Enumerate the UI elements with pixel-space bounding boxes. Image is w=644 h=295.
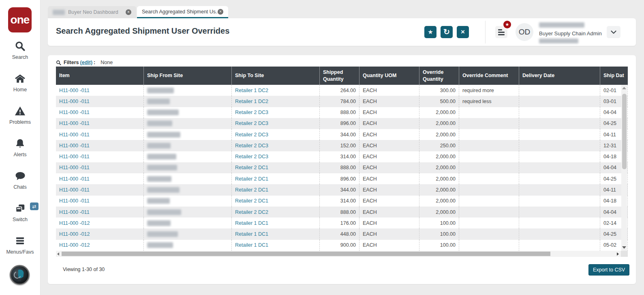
sidebar-item-menus-favs[interactable]: Menus/Favs bbox=[6, 235, 34, 255]
cell-delivery_date bbox=[519, 118, 600, 129]
table-row[interactable]: H11-000 -011Retailer 2 DC1896.00EACH2,00… bbox=[56, 173, 628, 184]
ship_to-link[interactable]: Retailer 2 DC3 bbox=[235, 132, 268, 138]
cell-comment bbox=[459, 162, 519, 173]
cell-uom: EACH bbox=[359, 129, 419, 140]
item-link[interactable]: H11-000 -012 bbox=[59, 231, 90, 237]
column-header-ship_from[interactable]: Ship From Site bbox=[144, 67, 232, 85]
table-row[interactable]: H11-000 -012Retailer 1 DC1900.00EACH100.… bbox=[56, 240, 628, 251]
cell-ship_to: Retailer 2 DC1 bbox=[232, 196, 320, 207]
ship_to-link[interactable]: Retailer 2 DC3 bbox=[235, 110, 268, 115]
item-link[interactable]: H11-000 -011 bbox=[59, 132, 90, 138]
tab-label: Buyer Neo Dashboard bbox=[68, 9, 118, 15]
sidebar-item-home[interactable]: Home bbox=[13, 73, 27, 93]
ship_to-link[interactable]: Retailer 1 DC2 bbox=[235, 88, 268, 93]
item-link[interactable]: H11-000 -012 bbox=[59, 220, 90, 226]
tab-close-icon[interactable]: × bbox=[126, 9, 131, 15]
item-link[interactable]: H11-000 -011 bbox=[59, 88, 90, 93]
export-csv-button[interactable]: Export to CSV bbox=[588, 264, 629, 276]
filters-edit-link[interactable]: (edit) bbox=[80, 60, 93, 65]
cell-ship_to: Retailer 1 DC1 bbox=[232, 240, 320, 251]
sidebar-item-problems[interactable]: Problems bbox=[9, 106, 31, 125]
table-row[interactable]: H11-000 -011Retailer 2 DC1314.00EACH2,00… bbox=[56, 196, 628, 207]
tab-search-aggregated-shipment[interactable]: Search Aggregated Shipment Us... × bbox=[137, 6, 228, 18]
user-avatar[interactable]: OD bbox=[516, 23, 533, 41]
column-header-ship_to[interactable]: Ship To Site bbox=[232, 67, 320, 85]
star-icon: ★ bbox=[505, 22, 509, 27]
table-row[interactable]: H11-000 -011Retailer 2 DC1888.00EACH2,00… bbox=[56, 162, 628, 173]
ship_to-link[interactable]: Retailer 2 DC1 bbox=[235, 176, 268, 182]
tab-close-icon[interactable]: × bbox=[218, 9, 223, 15]
cell-comment bbox=[459, 107, 519, 118]
table-row[interactable]: H11-000 -012Retailer 1 DC1448.00EACH100.… bbox=[56, 228, 628, 239]
tab-buyer-neo-dashboard[interactable]: Buyer Neo Dashboard × bbox=[48, 6, 136, 18]
switch-swap-badge[interactable]: ⇄ bbox=[30, 202, 39, 210]
item-link[interactable]: H11-000 -011 bbox=[59, 209, 90, 215]
item-link[interactable]: H11-000 -011 bbox=[59, 110, 90, 115]
sidebar-item-switch[interactable]: ⇄ Switch bbox=[13, 203, 28, 222]
ship_to-link[interactable]: Retailer 2 DC3 bbox=[235, 121, 268, 126]
column-header-item[interactable]: Item bbox=[56, 67, 144, 85]
item-link[interactable]: H11-000 -011 bbox=[59, 176, 90, 182]
table-row[interactable]: H11-000 -011Retailer 2 DC2888.00EACH2,00… bbox=[56, 207, 628, 217]
scroll-down-arrow[interactable] bbox=[622, 246, 626, 249]
ai-assistant-avatar[interactable] bbox=[10, 265, 30, 285]
cell-delivery_date bbox=[519, 162, 600, 173]
item-link[interactable]: H11-000 -012 bbox=[59, 242, 90, 248]
column-header-delivery_date[interactable]: Delivery Date bbox=[519, 67, 600, 85]
scroll-right-arrow[interactable] bbox=[617, 252, 619, 256]
table-row[interactable]: H11-000 -012Retailer 1 DC1176.00EACH100.… bbox=[56, 217, 628, 228]
chat-bubble-icon bbox=[15, 170, 26, 183]
table-row[interactable]: H11-000 -011Retailer 2 DC3344.00EACH2,00… bbox=[56, 129, 628, 140]
item-link[interactable]: H11-000 -011 bbox=[59, 154, 90, 159]
refresh-button[interactable]: ↻ bbox=[441, 26, 453, 38]
table-row[interactable]: H11-000 -011Retailer 2 DC1344.00EACH2,00… bbox=[56, 184, 628, 195]
table-row[interactable]: H11-000 -011Retailer 1 DC2784.00EACH500.… bbox=[56, 96, 628, 107]
item-link[interactable]: H11-000 -011 bbox=[59, 187, 90, 193]
close-page-button[interactable]: × bbox=[457, 26, 469, 38]
column-header-shipped_qty[interactable]: Shipped Quantity bbox=[320, 67, 359, 85]
item-link[interactable]: H11-000 -011 bbox=[59, 165, 90, 170]
horizontal-scrollbar-thumb[interactable] bbox=[62, 252, 550, 256]
ship_to-link[interactable]: Retailer 1 DC1 bbox=[235, 242, 268, 248]
cell-ship_to: Retailer 1 DC1 bbox=[232, 217, 320, 228]
ship_to-link[interactable]: Retailer 1 DC2 bbox=[235, 99, 268, 104]
table-row[interactable]: H11-000 -011Retailer 2 DC3314.00EACH2,00… bbox=[56, 151, 628, 162]
user-menu-button[interactable] bbox=[607, 26, 620, 38]
item-link[interactable]: H11-000 -011 bbox=[59, 143, 90, 149]
scroll-up-arrow[interactable] bbox=[622, 87, 626, 89]
ship_to-link[interactable]: Retailer 2 DC3 bbox=[235, 143, 268, 149]
vertical-scrollbar-thumb[interactable] bbox=[622, 94, 627, 169]
table-row[interactable]: H11-000 -011Retailer 2 DC3152.00EACH250.… bbox=[56, 140, 628, 151]
ship_to-link[interactable]: Retailer 2 DC3 bbox=[235, 154, 268, 159]
sidebar-item-chats[interactable]: Chats bbox=[13, 170, 27, 190]
column-header-override_qty[interactable]: Override Quantity bbox=[419, 67, 459, 85]
item-link[interactable]: H11-000 -011 bbox=[59, 198, 90, 204]
ship_to-link[interactable]: Retailer 1 DC1 bbox=[235, 220, 268, 226]
table-row[interactable]: H11-000 -011Retailer 2 DC3888.00EACH2,00… bbox=[56, 107, 628, 118]
sidebar-item-alerts[interactable]: Alerts bbox=[14, 138, 27, 157]
cell-item: H11-000 -011 bbox=[56, 151, 144, 162]
user-info[interactable]: Buyer Supply Chain Admin bbox=[539, 22, 610, 45]
column-header-uom[interactable]: Quantity UOM bbox=[359, 67, 419, 85]
cell-ship_from bbox=[144, 240, 232, 251]
ship_to-link[interactable]: Retailer 2 DC1 bbox=[235, 165, 268, 170]
sidebar-item-search[interactable]: Search bbox=[12, 41, 28, 60]
item-link[interactable]: H11-000 -011 bbox=[59, 121, 90, 126]
ship_to-link[interactable]: Retailer 1 DC1 bbox=[235, 231, 268, 237]
vertical-scrollbar[interactable] bbox=[621, 85, 627, 251]
scroll-left-arrow[interactable] bbox=[57, 252, 59, 256]
column-header-ship_date[interactable]: Ship Dat bbox=[600, 67, 628, 85]
refresh-icon: ↻ bbox=[443, 27, 450, 37]
one-network-logo[interactable]: one bbox=[8, 7, 32, 32]
ship_to-link[interactable]: Retailer 2 DC1 bbox=[235, 198, 268, 204]
column-header-comment[interactable]: Override Comment bbox=[459, 67, 519, 85]
cell-uom: EACH bbox=[359, 173, 419, 184]
scrollbar-corner bbox=[621, 251, 628, 257]
ship_to-link[interactable]: Retailer 2 DC2 bbox=[235, 209, 268, 215]
horizontal-scrollbar[interactable] bbox=[56, 251, 628, 257]
table-row[interactable]: H11-000 -011Retailer 2 DC3896.00EACH2,00… bbox=[56, 118, 628, 129]
ship_to-link[interactable]: Retailer 2 DC1 bbox=[235, 187, 268, 193]
table-row[interactable]: H11-000 -011Retailer 1 DC2264.00EACH300.… bbox=[56, 85, 628, 96]
item-link[interactable]: H11-000 -011 bbox=[59, 99, 90, 104]
favorite-button[interactable]: ★ bbox=[424, 26, 436, 38]
